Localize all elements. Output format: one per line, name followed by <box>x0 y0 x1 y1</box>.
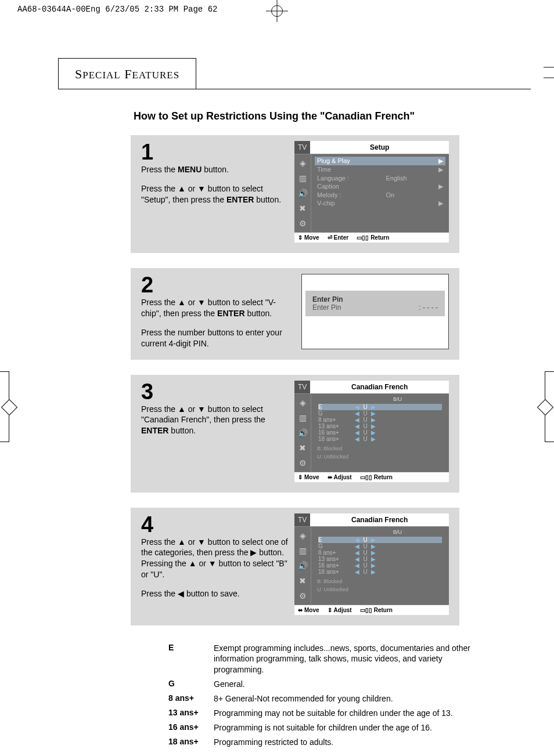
step-1: 1 Press the MENU button. Press the ▲ or … <box>131 135 459 253</box>
rating-row: 8 ans+◀U▶ <box>318 549 442 556</box>
page-title: How to Set up Restrictions Using the "Ca… <box>134 110 531 122</box>
sound-icon: 🔊 <box>297 428 308 438</box>
osd-setup: TV Setup ◈ ▥ 🔊 ✖ ⚙ Plug & Play▶Time▶Lang… <box>294 141 449 243</box>
rating-row: 8 ans+◀U▶ <box>318 417 442 423</box>
osd-footer: ⇕Move ⏎Enter ▭▯▯Return <box>294 232 449 243</box>
osd-tv-label: TV <box>294 141 310 154</box>
step-1-text-2: Press the ▲ or ▼ button to select "Setup… <box>141 183 289 205</box>
step-number: 1 <box>141 141 289 163</box>
osd-tv-label: TV <box>294 381 310 393</box>
osd-canadian-french-1: TV Canadian French ◈ ▥ 🔊 ✖ ⚙ B/U <box>294 381 449 482</box>
step-number: 2 <box>141 274 292 296</box>
sound-icon: 🔊 <box>297 560 308 571</box>
section-header: SPECIAL FEATURES <box>58 58 196 89</box>
definition-row: 16 ans+Programming is not suitable for c… <box>168 722 476 733</box>
antenna-icon: ◈ <box>297 397 308 408</box>
antenna-icon: ◈ <box>297 158 308 168</box>
picture-icon: ▥ <box>297 173 308 183</box>
leftright-icon: ⬌ <box>298 607 303 613</box>
section-header-text: SPECIAL FEATURES <box>75 67 179 81</box>
osd-sidebar-icons: ◈ ▥ 🔊 ✖ ⚙ <box>294 527 311 605</box>
menu-icon: ▭▯▯ <box>357 234 369 241</box>
antenna-icon: ◈ <box>297 530 308 541</box>
sliders-icon: ⚙ <box>297 591 308 601</box>
step-number: 3 <box>141 381 289 403</box>
osd-title: Setup <box>310 141 449 154</box>
leftright-icon: ⬌ <box>328 474 332 480</box>
edge-mark-icon <box>544 64 554 84</box>
rating-row: E◀U▶ <box>318 404 442 410</box>
step-2-text-2: Press the number buttons to enter your c… <box>141 327 292 349</box>
definition-row: GGeneral. <box>168 679 476 690</box>
legend-unblocked: U: Unblocked <box>315 451 445 460</box>
setup-icon: ✖ <box>297 576 308 586</box>
sliders-icon: ⚙ <box>297 218 308 229</box>
enter-icon: ⏎ <box>328 234 332 241</box>
definition-row: 8 ans+8+ General-Not recommended for you… <box>168 693 476 704</box>
osd-title: Canadian French <box>310 513 449 526</box>
sliders-icon: ⚙ <box>297 458 308 468</box>
step-4-text-1: Press the ▲ or ▼ button to select one of… <box>141 537 289 581</box>
osd-menu-row: Melody :On <box>315 191 445 199</box>
setup-icon: ✖ <box>297 443 308 453</box>
pin-row-label: Enter Pin <box>312 303 419 312</box>
rating-row: 13 ans+◀U▶ <box>318 423 442 429</box>
rating-row: 18 ans+◀U▶ <box>318 436 442 442</box>
rating-definitions: EExempt programming includes...news, spo… <box>168 643 476 748</box>
osd-enter-pin: Enter Pin Enter Pin : - - - - <box>301 274 449 349</box>
osd-footer: ⬌Move ⇕Adjust ▭▯▯Return <box>294 605 449 615</box>
bu-header: B/U <box>350 396 445 402</box>
bu-header: B/U <box>350 529 445 535</box>
osd-sidebar-icons: ◈ ▥ 🔊 ✖ ⚙ <box>294 394 311 472</box>
updown-icon: ⇕ <box>298 234 303 241</box>
rating-row: 13 ans+◀U▶ <box>318 556 442 562</box>
step-number: 4 <box>141 513 289 536</box>
osd-sidebar-icons: ◈ ▥ 🔊 ✖ ⚙ <box>294 154 311 232</box>
osd-menu-row: Time▶ <box>315 165 445 174</box>
menu-icon: ▭▯▯ <box>360 607 372 613</box>
crop-mark-left-icon <box>0 371 9 442</box>
sound-icon: 🔊 <box>297 188 308 198</box>
rating-row: 16 ans+◀U▶ <box>318 562 442 569</box>
osd-tv-label: TV <box>294 513 310 526</box>
step-1-text-1: Press the MENU button. <box>141 164 289 175</box>
updown-icon: ⇕ <box>298 474 303 480</box>
print-header: AA68-03644A-00Eng 6/23/05 2:33 PM Page 6… <box>17 5 217 14</box>
rating-row: G◀U▶ <box>318 543 442 549</box>
step-3-text-1: Press the ▲ or ▼ button to select "Canad… <box>141 404 289 437</box>
updown-icon: ⇕ <box>328 607 332 613</box>
osd-menu-row: Caption▶ <box>315 182 445 191</box>
pin-row-value: : - - - - <box>419 303 438 312</box>
picture-icon: ▥ <box>297 413 308 423</box>
osd-menu-row: V-chip▶ <box>315 199 445 208</box>
step-4-text-2: Press the ◀ button to save. <box>141 588 289 599</box>
step-2: 2 Press the ▲ or ▼ button to select "V-c… <box>131 268 459 360</box>
rating-row: E◀U▶ <box>318 537 442 543</box>
setup-icon: ✖ <box>297 203 308 214</box>
pin-title: Enter Pin <box>312 295 438 303</box>
registration-mark-icon <box>266 0 288 24</box>
rating-row: 18 ans+◀U▶ <box>318 569 442 575</box>
definition-row: EExempt programming includes...news, spo… <box>168 643 476 676</box>
step-4: 4 Press the ▲ or ▼ button to select one … <box>131 508 459 625</box>
osd-title: Canadian French <box>310 381 449 393</box>
rating-row: 16 ans+◀U▶ <box>318 429 442 436</box>
rating-row: G◀U▶ <box>318 410 442 417</box>
step-3: 3 Press the ▲ or ▼ button to select "Can… <box>131 375 459 493</box>
definition-row: 13 ans+Programming may not be suitable f… <box>168 708 476 719</box>
legend-blocked: B: Blocked <box>315 576 445 584</box>
crop-mark-right-icon <box>545 371 554 442</box>
legend-unblocked: U: Unblocked <box>315 584 445 592</box>
osd-menu-row: Plug & Play▶ <box>315 157 445 165</box>
menu-icon: ▭▯▯ <box>360 474 372 480</box>
legend-blocked: B: Blocked <box>315 443 445 451</box>
osd-footer: ⇕Move ⬌Adjust ▭▯▯Return <box>294 472 449 482</box>
definition-row: 18 ans+Programming restricted to adults. <box>168 737 476 748</box>
step-2-text-1: Press the ▲ or ▼ button to select "V-chi… <box>141 297 292 319</box>
picture-icon: ▥ <box>297 545 308 556</box>
osd-canadian-french-2: TV Canadian French ◈ ▥ 🔊 ✖ ⚙ B/U <box>294 513 449 615</box>
osd-menu-row: Language :English <box>315 174 445 182</box>
